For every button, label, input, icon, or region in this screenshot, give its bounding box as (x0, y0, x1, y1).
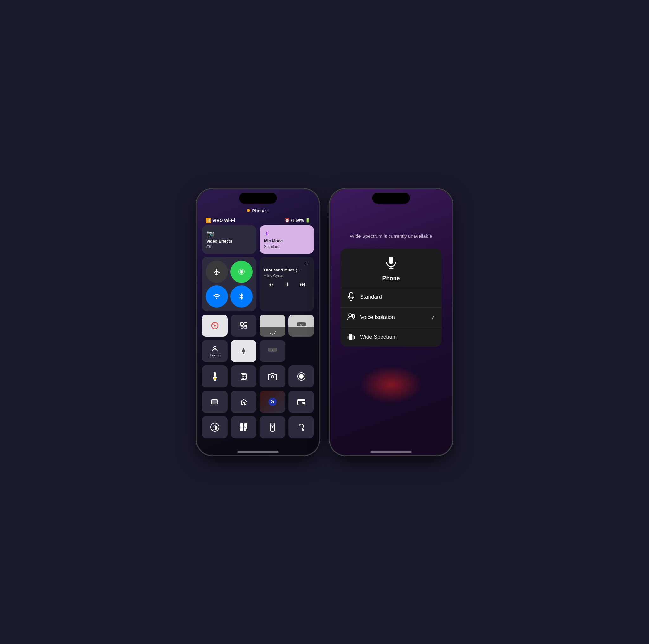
now-playing-panel: tv Thousand Miles (... Miley Cyrus ⏮ ⏸ ⏭ (260, 257, 314, 311)
mic-mode-menu: Phone Standard (340, 248, 442, 347)
wallet-button[interactable] (288, 391, 314, 413)
phone-left: Phone › 📶 VIVO Wi-Fi ⏰ ◎ 60% 🔋 (196, 188, 320, 456)
video-effects-button[interactable]: 📷 Video Effects Off (202, 226, 256, 254)
phone-indicator[interactable]: Phone › (202, 208, 314, 213)
phones-container: Phone › 📶 VIVO Wi-Fi ⏰ ◎ 60% 🔋 (196, 188, 453, 456)
svg-point-42 (299, 374, 304, 378)
mic-menu-title: Phone (382, 275, 400, 282)
row4: Focus (202, 340, 314, 362)
row7: ◑ (202, 416, 314, 438)
shazam-button[interactable]: S (260, 391, 285, 413)
location-icon: ◎ (291, 218, 294, 223)
np-song-title: Thousand Miles (... (263, 268, 310, 272)
svg-text:S: S (271, 399, 274, 404)
svg-rect-7 (241, 326, 243, 328)
svg-point-4 (214, 325, 216, 327)
np-controls: ⏮ ⏸ ⏭ (263, 281, 310, 288)
svg-rect-20 (300, 327, 303, 328)
svg-point-21 (214, 346, 216, 349)
mic-mode-sublabel: Standard (264, 244, 310, 249)
dynamic-island-right (372, 193, 410, 204)
signal-bars-icon: 📶 (206, 218, 211, 223)
bluetooth-button[interactable] (230, 285, 253, 308)
svg-text:◑: ◑ (212, 424, 217, 431)
mic-mode-button[interactable]: 🎙 Mic Mode Standard (260, 226, 314, 254)
svg-rect-59 (246, 428, 247, 429)
middle-row: tv Thousand Miles (... Miley Cyrus ⏮ ⏸ ⏭ (202, 257, 314, 311)
svg-rect-67 (389, 256, 393, 264)
cc-container: 📷 Video Effects Off 🎙 Mic Mode Standard (202, 226, 314, 438)
mic-option-wide-spectrum[interactable]: Wide Spectrum (340, 328, 442, 347)
row3: tv (202, 315, 314, 337)
screen-right: Wide Spectrum is currently unavailable P… (330, 189, 452, 455)
wifi-button[interactable] (206, 285, 228, 308)
video-effects-sublabel: Off (206, 245, 252, 249)
play-pause-button[interactable]: ⏸ (284, 281, 290, 288)
brightness-slider[interactable] (231, 340, 256, 362)
home-button[interactable] (231, 391, 256, 413)
apple-tv-icon: tv (304, 260, 310, 266)
row6: S (202, 391, 314, 413)
unavailable-text: Wide Spectrum is currently unavailable (350, 233, 432, 239)
svg-rect-44 (212, 400, 216, 403)
voice-isolation-check: ✓ (431, 314, 435, 321)
airplane-mode-button[interactable] (206, 260, 228, 283)
svg-point-31 (214, 378, 216, 379)
video-effects-icon: 📷 (206, 230, 252, 238)
brightness-button[interactable] (260, 315, 285, 337)
focus-button[interactable]: Focus (202, 340, 227, 362)
screen-left: Phone › 📶 VIVO Wi-Fi ⏰ ◎ 60% 🔋 (197, 189, 319, 455)
rotation-lock-button[interactable] (202, 315, 227, 337)
fast-forward-button[interactable]: ⏭ (299, 281, 305, 288)
status-left: 📶 VIVO Wi-Fi (206, 218, 235, 223)
svg-point-39 (245, 378, 246, 378)
svg-line-16 (274, 329, 275, 329)
battery-widget-button[interactable] (202, 391, 227, 413)
mic-option-voice-isolation[interactable]: Voice Isolation ✓ (340, 308, 442, 328)
svg-point-36 (245, 376, 246, 377)
phone-indicator-label: Phone (252, 208, 266, 213)
rewind-button[interactable]: ⏮ (268, 281, 274, 288)
svg-line-17 (270, 333, 271, 333)
camera-button[interactable] (260, 365, 285, 388)
svg-point-38 (243, 378, 244, 378)
wide-spectrum-icon (347, 333, 355, 341)
accessibility-button[interactable]: ◑ (202, 416, 227, 438)
carrier-label: VIVO Wi-Fi (212, 218, 235, 223)
remote-button[interactable] (260, 416, 285, 438)
svg-line-15 (274, 333, 275, 333)
hotspot-button[interactable] (230, 260, 253, 283)
apple-tv-button[interactable]: tv (288, 315, 314, 337)
screen-mirror-button[interactable] (231, 315, 256, 337)
alarm-icon: ⏰ (285, 218, 290, 223)
mic-option-standard[interactable]: Standard (340, 287, 442, 308)
svg-rect-55 (245, 424, 247, 426)
svg-text:tv: tv (306, 261, 308, 265)
svg-point-22 (242, 350, 245, 353)
svg-point-62 (271, 425, 273, 427)
status-bar: 📶 VIVO Wi-Fi ⏰ ◎ 60% 🔋 (202, 216, 314, 226)
np-artist-name: Miley Cyrus (263, 274, 310, 278)
wide-spectrum-label: Wide Spectrum (360, 334, 435, 340)
toggles-grid (206, 260, 253, 308)
svg-rect-53 (241, 424, 243, 426)
hearing-button[interactable] (288, 416, 314, 438)
screen-record-button[interactable] (288, 365, 314, 388)
svg-rect-70 (349, 292, 353, 298)
svg-rect-6 (244, 323, 247, 325)
apple-tv-tile2[interactable]: tv (260, 340, 285, 362)
dynamic-island-left (239, 193, 277, 204)
svg-point-35 (243, 376, 244, 377)
svg-point-40 (271, 375, 274, 378)
calculator-button[interactable] (231, 365, 256, 388)
phone-dot (247, 209, 250, 212)
np-header: tv (263, 260, 310, 266)
phone-chevron: › (268, 208, 269, 213)
qr-code-button[interactable] (231, 416, 256, 438)
video-effects-label: Video Effects (206, 239, 252, 244)
svg-rect-8 (244, 326, 247, 328)
mic-menu-header: Phone (340, 248, 442, 287)
svg-point-37 (242, 378, 243, 378)
flashlight-button[interactable] (202, 365, 227, 388)
top-controls: 📷 Video Effects Off 🎙 Mic Mode Standard (202, 226, 314, 254)
